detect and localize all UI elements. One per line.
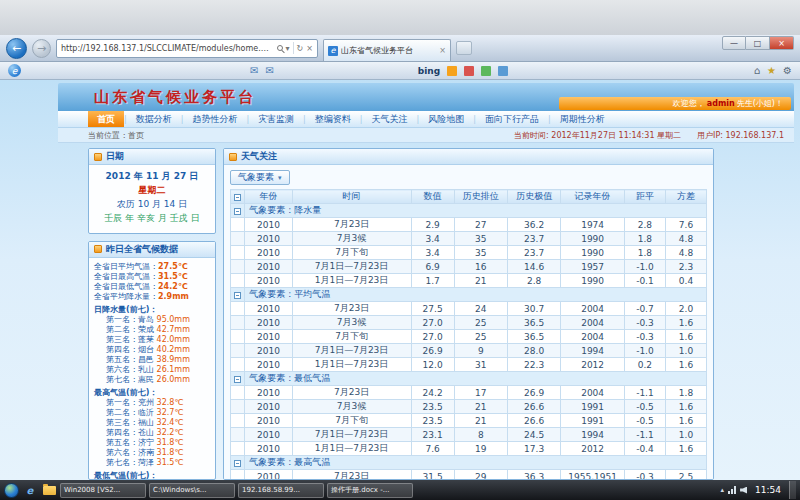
mail-icon[interactable]: ✉: [250, 65, 258, 76]
select-all-checkbox-icon[interactable]: [234, 194, 241, 201]
taskbar-button-2[interactable]: 192.168.58.99...: [238, 483, 324, 498]
stop-icon[interactable]: ×: [306, 44, 313, 53]
table-cell: 2010: [245, 428, 292, 442]
collapse-checkbox-icon[interactable]: [234, 460, 241, 467]
window-close-button[interactable]: ×: [770, 36, 794, 50]
tools-gear-icon[interactable]: ⚙: [783, 65, 792, 76]
table-cell: 2010: [245, 218, 292, 232]
folder-taskbar-icon[interactable]: [41, 483, 57, 497]
menu-item-1[interactable]: 数据分析: [127, 111, 181, 127]
show-desktop-button[interactable]: [789, 481, 796, 499]
bing-icon[interactable]: [447, 66, 457, 76]
window-maximize-button[interactable]: □: [746, 36, 770, 50]
table-cell: 2010: [245, 470, 292, 480]
address-bar[interactable]: http://192.168.137.1/SLCCLIMATE/modules/…: [56, 39, 318, 58]
collapse-checkbox-icon[interactable]: [234, 376, 241, 383]
table-cell-spacer: [231, 428, 245, 442]
table-cell: 26.6: [507, 400, 560, 414]
url-text[interactable]: http://192.168.137.1/SLCCLIMATE/modules/…: [61, 44, 274, 53]
table-cell: 1.0: [665, 428, 706, 442]
table-cell: 7月23日: [292, 218, 411, 232]
table-cell: 36.5: [507, 316, 560, 330]
table-cell: 7月1日—7月23日: [292, 344, 411, 358]
rank-item: 第七名：惠民 26.0mm: [94, 375, 210, 385]
new-tab-button[interactable]: [456, 41, 472, 55]
favorites-star-icon[interactable]: ★: [767, 65, 776, 76]
weather-table: 年份时间数值历史排位历史极值记录年份距平方差 气象要素：降水量20107月23日…: [230, 189, 707, 479]
window-minimize-button[interactable]: —: [722, 36, 746, 50]
table-cell: 1.8: [624, 232, 665, 246]
hidden-icons-chevron-icon[interactable]: ▴: [721, 486, 725, 494]
mail-alt-icon[interactable]: ✉: [265, 65, 273, 76]
address-dropdown-icon[interactable]: ▾: [286, 44, 290, 53]
search-icon[interactable]: [277, 44, 283, 53]
table-cell: 17.3: [507, 442, 560, 456]
browser-logo-icon[interactable]: e: [8, 64, 21, 77]
home-icon[interactable]: ⌂: [754, 65, 760, 76]
rank-item: 第三名：福山 32.4℃: [94, 418, 210, 428]
tab-close-icon[interactable]: ×: [439, 46, 446, 55]
ie-taskbar-icon[interactable]: e: [22, 483, 38, 497]
menu-item-3[interactable]: 灾害监测: [249, 111, 303, 127]
menu-item-5[interactable]: 天气关注: [363, 111, 417, 127]
table-row: 20107月23日27.52430.72004-0.72.0: [231, 302, 707, 316]
menu-item-4[interactable]: 整编资料: [306, 111, 360, 127]
taskbar-button-3[interactable]: 操作手册.docx -...: [327, 483, 413, 498]
group-label: 气象要素：平均气温: [245, 288, 707, 302]
start-button[interactable]: [4, 483, 19, 498]
refresh-icon[interactable]: ↻: [297, 44, 304, 53]
table-cell: 36.2: [507, 218, 560, 232]
system-tray: ▴ 11:54: [721, 481, 796, 499]
toolbar-plugin-red-icon[interactable]: [464, 66, 474, 76]
rank-item: 第五名：济宁 31.8℃: [94, 438, 210, 448]
rank-item: 第四名：烟台 40.2mm: [94, 345, 210, 355]
menu-item-2[interactable]: 趋势性分析: [183, 111, 246, 127]
taskbar-button-0[interactable]: Win2008 [VS2...: [60, 483, 146, 498]
element-filter-button[interactable]: 气象要素 ▾: [230, 170, 290, 185]
table-cell: 25: [454, 330, 507, 344]
table-cell: 7月3候: [292, 232, 411, 246]
table-cell-spacer: [231, 358, 245, 372]
collapse-checkbox-icon[interactable]: [234, 208, 241, 215]
group-row: 气象要素：降水量: [231, 204, 707, 218]
table-cell: 2004: [561, 386, 625, 400]
table-cell: 1月1日—7月23日: [292, 358, 411, 372]
table-cell: 4.8: [665, 232, 706, 246]
table-cell: 3.4: [411, 246, 454, 260]
menu-item-0[interactable]: 首页: [88, 111, 124, 127]
climate-stat: 全省日最高气温：31.5℃: [94, 272, 210, 282]
taskbar-clock[interactable]: 11:54: [751, 485, 785, 495]
table-row: 20107月23日31.52936.31955,1951-0.32.5: [231, 470, 707, 480]
bing-logo[interactable]: bing: [418, 66, 440, 76]
table-cell: 7月下旬: [292, 246, 411, 260]
network-icon[interactable]: [728, 486, 736, 494]
table-row: 20107月1日—7月23日6.91614.61957-1.02.3: [231, 260, 707, 274]
collapse-checkbox-icon[interactable]: [234, 292, 241, 299]
taskbar-button-1[interactable]: C:\Windows\s...: [149, 483, 235, 498]
chart-icon: [94, 245, 102, 253]
menu-item-6[interactable]: 风险地图: [419, 111, 473, 127]
forward-button[interactable]: →: [32, 39, 51, 58]
status-bar: 当前位置：首页 当前时间: 2012年11月27日 11:14:31 星期二 用…: [58, 128, 794, 143]
site-banner: 山东省气候业务平台 欢迎您， admin 先生(小姐)！: [58, 83, 794, 111]
table-cell: 1990: [561, 246, 625, 260]
table-row: 20107月3候27.02536.52004-0.31.6: [231, 316, 707, 330]
toolbar-plugin-blue-icon[interactable]: [498, 66, 508, 76]
table-cell: 1990: [561, 232, 625, 246]
table-cell-spacer: [231, 330, 245, 344]
group-label: 气象要素：最低气温: [245, 372, 707, 386]
content-area: 日期 2012 年 11 月 27 日 星期二 农历 10 月 14 日 壬辰 …: [58, 143, 794, 480]
menu-item-7[interactable]: 面向下行产品: [476, 111, 548, 127]
table-cell: 24.2: [411, 386, 454, 400]
volume-icon[interactable]: [740, 487, 747, 494]
back-button[interactable]: ←: [6, 38, 27, 59]
table-cell: 3.4: [411, 232, 454, 246]
browser-tab[interactable]: e 山东省气候业务平台 ×: [323, 39, 451, 61]
menu-item-8[interactable]: 周期性分析: [551, 111, 614, 127]
table-cell-spacer: [231, 260, 245, 274]
table-cell-spacer: [231, 302, 245, 316]
date-panel: 日期 2012 年 11 月 27 日 星期二 农历 10 月 14 日 壬辰 …: [88, 148, 216, 234]
table-cell: 25: [454, 316, 507, 330]
toolbar-plugin-green-icon[interactable]: [481, 66, 491, 76]
table-cell: -1.0: [624, 344, 665, 358]
